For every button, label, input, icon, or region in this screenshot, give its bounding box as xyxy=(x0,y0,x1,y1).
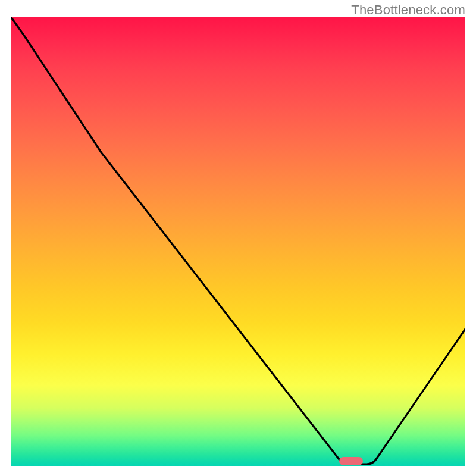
chart-container: TheBottleneck.com xyxy=(0,0,476,476)
optimal-marker xyxy=(339,457,363,465)
watermark-text: TheBottleneck.com xyxy=(351,2,465,18)
plot-area xyxy=(11,17,465,466)
background-gradient xyxy=(11,17,465,466)
